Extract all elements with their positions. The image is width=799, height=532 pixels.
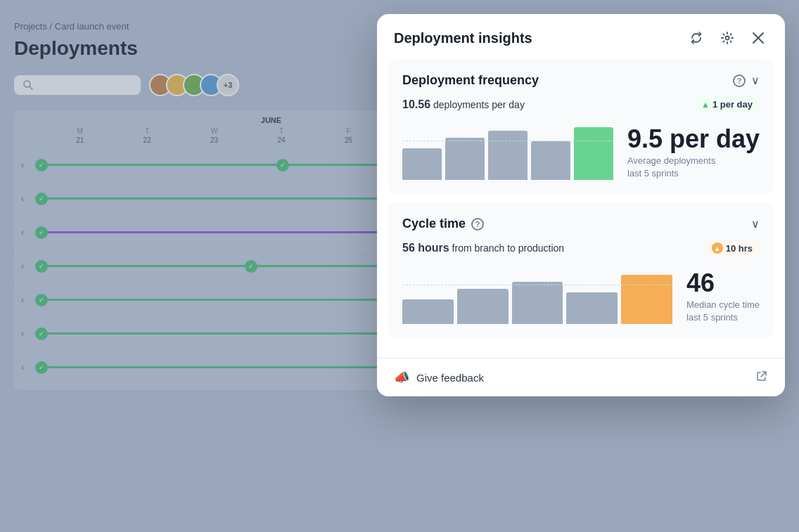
trend-up-orange-icon: ▲	[712, 242, 723, 254]
svg-line-5	[761, 372, 765, 377]
chart-big-num: 9.5 per day	[627, 126, 760, 152]
settings-button[interactable]	[717, 28, 737, 48]
refresh-button[interactable]	[686, 28, 706, 48]
close-button[interactable]	[748, 28, 768, 48]
help-icon[interactable]: ?	[733, 74, 746, 87]
modal-header-actions	[686, 28, 768, 48]
modal-overlay: Deployment insights	[0, 0, 799, 532]
metric-row: 56 hours from branch to production ▲ 10 …	[402, 240, 760, 257]
chart-row: 9.5 per day Average deploymentslast 5 sp…	[402, 124, 760, 180]
bar-chart	[402, 268, 672, 324]
deployment-frequency-title: Deployment frequency	[402, 73, 539, 88]
trend-up-icon: ▲	[701, 100, 710, 110]
chart-summary: 46 Median cycle timelast 5 sprints	[686, 271, 760, 324]
bar	[566, 292, 618, 324]
expand-chevron-icon[interactable]: ∨	[751, 217, 760, 231]
deployment-frequency-card: Deployment frequency ? ∨ 10.56 deploymen…	[388, 59, 774, 194]
chart-summary: 9.5 per day Average deploymentslast 5 sp…	[627, 126, 760, 180]
modal-body: Deployment frequency ? ∨ 10.56 deploymen…	[377, 59, 785, 358]
metric-badge: ▲ 1 per day	[694, 96, 760, 112]
bar	[402, 148, 442, 180]
metric-primary: 56 hours from branch to production	[402, 242, 564, 254]
cycle-time-card: Cycle time ? ∨ 56 hours from branch to p…	[388, 202, 774, 338]
bar	[457, 289, 509, 324]
card-header: Deployment frequency ? ∨	[402, 73, 760, 88]
external-link-icon[interactable]	[755, 370, 768, 385]
bar	[621, 275, 672, 324]
feedback-row[interactable]: 📣 Give feedback	[377, 358, 785, 396]
cycle-time-title: Cycle time ?	[402, 216, 484, 231]
modal-title: Deployment insights	[394, 30, 532, 46]
card-header: Cycle time ? ∨	[402, 216, 760, 231]
expand-chevron-icon[interactable]: ∨	[751, 74, 760, 87]
card-header-right: ∨	[751, 217, 760, 231]
settings-icon	[720, 31, 734, 45]
bar	[531, 141, 570, 180]
chart-row: 46 Median cycle timelast 5 sprints	[402, 268, 760, 324]
metric-primary: 10.56 deployments per day	[402, 98, 525, 111]
bar	[445, 138, 485, 180]
bar	[512, 282, 563, 324]
feedback-left: 📣 Give feedback	[394, 370, 484, 385]
chart-sub-text: Median cycle timelast 5 sprints	[686, 299, 760, 324]
modal-panel: Deployment insights	[377, 14, 785, 396]
svg-point-2	[726, 37, 729, 40]
modal-header: Deployment insights	[377, 14, 785, 59]
metric-badge: ▲ 10 hrs	[705, 240, 760, 257]
bar	[574, 127, 613, 180]
feedback-icon: 📣	[394, 370, 409, 385]
chart-sub-text: Average deploymentslast 5 sprints	[627, 155, 760, 180]
bar-chart	[402, 124, 613, 180]
bar	[402, 299, 454, 324]
feedback-label: Give feedback	[416, 372, 484, 384]
card-header-right: ? ∨	[733, 74, 760, 87]
help-icon-inline[interactable]: ?	[471, 218, 484, 231]
chart-big-num: 46	[686, 271, 760, 296]
refresh-icon	[689, 31, 703, 45]
close-icon	[752, 32, 765, 44]
bar	[488, 131, 528, 180]
metric-row: 10.56 deployments per day ▲ 1 per day	[402, 96, 760, 112]
